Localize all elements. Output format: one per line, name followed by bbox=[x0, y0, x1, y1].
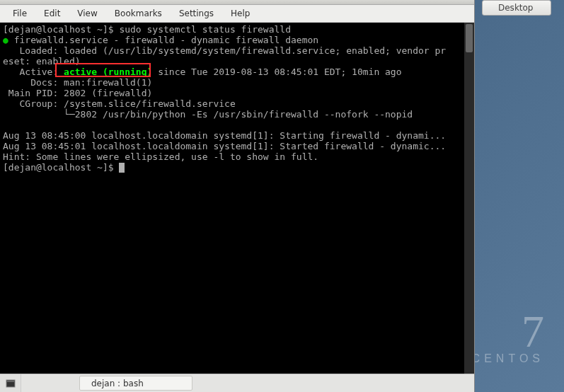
active-status: active (running) bbox=[64, 67, 152, 77]
desktop-branding: 7 CENTOS bbox=[472, 311, 544, 365]
service-line: firewalld.service - firewalld - dynamic … bbox=[8, 35, 318, 45]
active-suffix: since Tue 2019-08-13 08:45:01 EDT; 10min… bbox=[152, 67, 401, 77]
centos-version: 7 bbox=[472, 311, 544, 352]
centos-name: CENTOS bbox=[472, 352, 544, 365]
eset-line: eset: enabled) bbox=[3, 56, 81, 67]
status-bullet: ● bbox=[3, 35, 8, 45]
loaded-line: Loaded: loaded (/usr/lib/systemd/system/… bbox=[3, 45, 446, 56]
prompt-1: [dejan@localhost ~]$ bbox=[3, 24, 119, 35]
menu-edit[interactable]: Edit bbox=[37, 7, 67, 20]
menu-help[interactable]: Help bbox=[224, 7, 257, 20]
docs-line: Docs: man:firewalld(1) bbox=[3, 77, 152, 88]
terminal-scrollbar[interactable] bbox=[464, 23, 474, 374]
terminal-scrollbar-thumb[interactable] bbox=[466, 24, 473, 52]
terminal-cursor bbox=[119, 163, 125, 173]
new-tab-button[interactable] bbox=[0, 374, 21, 392]
hint-line: Hint: Some lines were ellipsized, use -l… bbox=[3, 151, 318, 162]
svg-rect-1 bbox=[7, 381, 14, 382]
log-line-2: Aug 13 08:45:01 localhost.localdomain sy… bbox=[3, 141, 446, 151]
taskbar: dejan : bash bbox=[0, 374, 474, 392]
terminal-window: File Edit View Bookmarks Settings Help [… bbox=[0, 0, 475, 392]
cgroup-line-2: └─2802 /usr/bin/python -Es /usr/sbin/fir… bbox=[3, 109, 413, 120]
menubar: File Edit View Bookmarks Settings Help bbox=[0, 5, 474, 23]
cgroup-line-1: CGroup: /system.slice/firewalld.service bbox=[3, 98, 236, 109]
pid-line: Main PID: 2802 (firewalld) bbox=[3, 88, 152, 98]
menu-file[interactable]: File bbox=[6, 7, 34, 20]
window-titlebar[interactable] bbox=[0, 0, 474, 5]
desktop-folder-label: Desktop bbox=[498, 3, 534, 13]
taskbar-tab-label: dejan : bash bbox=[91, 379, 144, 388]
terminal-output[interactable]: [dejan@localhost ~]$ sudo systemctl stat… bbox=[0, 23, 474, 374]
menu-settings[interactable]: Settings bbox=[172, 7, 221, 20]
menu-bookmarks[interactable]: Bookmarks bbox=[108, 7, 169, 20]
log-line-1: Aug 13 08:45:00 localhost.localdomain sy… bbox=[3, 130, 446, 141]
taskbar-tab-terminal[interactable]: dejan : bash bbox=[79, 376, 192, 391]
prompt-2: [dejan@localhost ~]$ bbox=[3, 162, 119, 173]
terminal-icon bbox=[6, 379, 16, 388]
command-1: sudo systemctl status firewalld bbox=[119, 24, 291, 35]
desktop-folder-button[interactable]: Desktop bbox=[482, 0, 551, 16]
active-prefix: Active: bbox=[3, 67, 64, 77]
menu-view[interactable]: View bbox=[70, 7, 104, 20]
